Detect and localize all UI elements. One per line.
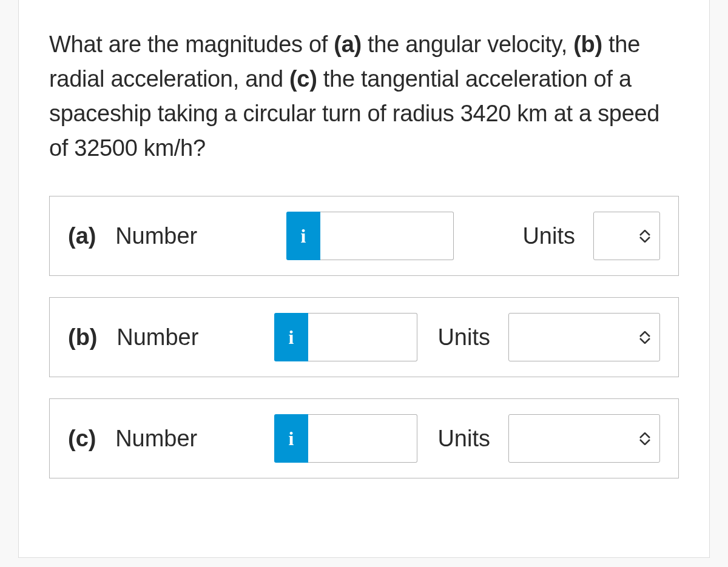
question-container: What are the magnitudes of (a) the angul… bbox=[18, 0, 710, 558]
units-label-a: Units bbox=[522, 223, 575, 249]
answer-row-c: (c) Number i Units bbox=[49, 398, 679, 478]
info-icon: i bbox=[301, 225, 306, 247]
units-label-c: Units bbox=[437, 426, 490, 452]
question-prefix: What are the magnitudes of bbox=[49, 32, 334, 57]
units-label-b: Units bbox=[437, 324, 490, 351]
part-b-number-label: Number bbox=[98, 324, 199, 350]
question-text: What are the magnitudes of (a) the angul… bbox=[49, 27, 679, 166]
hint-button-b[interactable]: i bbox=[274, 313, 308, 361]
number-input-a[interactable] bbox=[320, 212, 454, 260]
number-input-b[interactable] bbox=[308, 313, 417, 361]
part-c-bold: (c) bbox=[68, 426, 96, 451]
part-a-bold: (a) bbox=[68, 223, 96, 249]
hint-button-a[interactable]: i bbox=[286, 212, 320, 260]
info-icon: i bbox=[289, 326, 294, 349]
question-part-b-label: (b) bbox=[573, 32, 602, 57]
units-select-a[interactable] bbox=[593, 212, 660, 260]
answer-row-a: (a) Number i Units bbox=[49, 196, 679, 276]
units-select-wrap-c bbox=[508, 414, 660, 463]
question-part-a-text: the angular velocity, bbox=[362, 32, 573, 57]
part-a-label: (a) Number bbox=[68, 223, 238, 249]
number-input-c[interactable] bbox=[308, 414, 417, 463]
question-part-a-label: (a) bbox=[334, 32, 362, 57]
part-b-label: (b) Number bbox=[68, 324, 244, 351]
answer-row-b: (b) Number i Units bbox=[49, 297, 679, 377]
question-part-c-label: (c) bbox=[289, 66, 317, 92]
hint-button-c[interactable]: i bbox=[274, 414, 308, 463]
part-b-bold: (b) bbox=[68, 324, 98, 350]
units-select-wrap-a bbox=[593, 212, 660, 260]
units-select-c[interactable] bbox=[508, 414, 660, 463]
part-c-label: (c) Number bbox=[68, 426, 244, 452]
part-c-number-label: Number bbox=[96, 426, 197, 451]
units-select-wrap-b bbox=[508, 313, 660, 361]
info-icon: i bbox=[289, 428, 294, 450]
units-select-b[interactable] bbox=[508, 313, 660, 361]
part-a-number-label: Number bbox=[96, 223, 197, 249]
